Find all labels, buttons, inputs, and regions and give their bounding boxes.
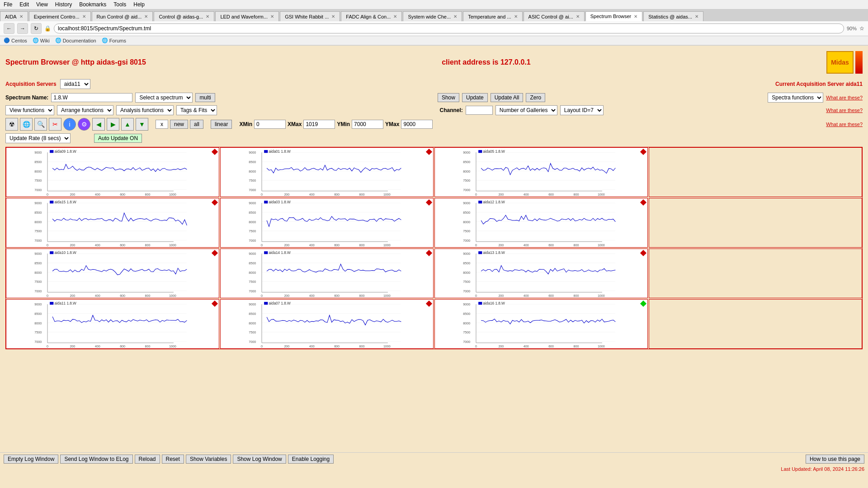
chart-cell-5[interactable]: 90008500800075007000 02004006008001000 a… [220, 198, 434, 248]
tab-temp[interactable]: Temperature and ...✕ [463, 11, 522, 21]
acq-server-select[interactable]: aida11 [60, 79, 90, 89]
what-these-2[interactable]: What are these? [826, 108, 863, 113]
tab-runcontrol[interactable]: Run Control @ aid...✕ [92, 11, 153, 21]
multi-button[interactable]: multi [195, 93, 215, 102]
menu-history[interactable]: History [55, 1, 72, 8]
arrange-functions-select[interactable]: Arrange functions [57, 105, 113, 115]
show-variables-button[interactable]: Show Variables [186, 455, 231, 464]
tab-led[interactable]: LED and Waveform...✕ [215, 11, 279, 21]
chart-cell-8[interactable]: 90008500800075007000 02004006008001000 a… [6, 249, 219, 298]
tab-close[interactable]: ✕ [19, 14, 23, 19]
reset-button[interactable]: Reset [162, 455, 184, 464]
auto-update-button[interactable]: Auto Update ON [94, 134, 142, 143]
tab-statistics[interactable]: Statistics @ aidas...✕ [643, 11, 703, 21]
right-arrow-icon[interactable]: ▶ [107, 118, 119, 131]
update-button[interactable]: Update [462, 93, 488, 102]
chart-cell-7[interactable] [649, 198, 862, 248]
back-button[interactable]: ← [4, 23, 14, 34]
tab-gsi[interactable]: GSI White Rabbit ...✕ [280, 11, 340, 21]
enable-logging-button[interactable]: Enable Logging [288, 455, 334, 464]
tab-control[interactable]: Control @ aidas-g...✕ [154, 11, 214, 21]
x-input[interactable] [156, 120, 168, 129]
menu-file[interactable]: File [4, 1, 12, 8]
update-rate-select[interactable]: Update Rate (8 secs) [5, 133, 71, 143]
tab-spectrum[interactable]: Spectrum Browser✕ [585, 11, 642, 21]
chart-cell-2[interactable]: 90008500800075007000 02004006008001000 a… [434, 147, 648, 197]
left-arrow-icon[interactable]: ◀ [92, 118, 105, 131]
num-galleries-select[interactable]: Number of Galleries [495, 105, 557, 115]
down-arrow-icon[interactable]: ▼ [136, 118, 148, 131]
bookmark-forums[interactable]: 🌐 Forums [102, 38, 126, 43]
tags-fits-select[interactable]: Tags & Fits [176, 105, 217, 115]
globe-icon[interactable]: 🌐 [20, 118, 33, 131]
ymax-input[interactable] [401, 120, 433, 129]
tab-system[interactable]: System wide Che...✕ [403, 11, 462, 21]
reload-button[interactable]: ↻ [31, 23, 42, 34]
tab-close[interactable]: ✕ [331, 14, 335, 19]
linear-button[interactable]: linear [211, 120, 232, 129]
tab-close[interactable]: ✕ [576, 14, 580, 19]
menu-tools[interactable]: Tools [113, 1, 126, 8]
xmin-input[interactable] [254, 120, 286, 129]
bookmark-icon[interactable]: ☆ [859, 25, 864, 32]
send-log-button[interactable]: Send Log Window to ELog [60, 455, 132, 464]
chart-cell-13[interactable]: 90008500800075007000 02004006008001000 a… [220, 299, 434, 349]
tab-close[interactable]: ✕ [270, 14, 274, 19]
chart-cell-0[interactable]: 90008500800075007000 02004006008001000 a… [6, 147, 219, 197]
all-button[interactable]: all [190, 120, 203, 129]
reload-page-button[interactable]: Reload [135, 455, 160, 464]
how-to-use-button[interactable]: How to use this page [806, 455, 864, 464]
ymin-input[interactable] [352, 120, 383, 129]
tab-experiment[interactable]: Experiment Contro...✕ [29, 11, 91, 21]
chart-cell-6[interactable]: 90008500800075007000 02004006008001000 a… [434, 198, 648, 248]
menu-help[interactable]: Help [133, 1, 145, 8]
tab-close[interactable]: ✕ [695, 14, 698, 19]
select-spectrum-dropdown[interactable]: Select a spectrum [135, 93, 193, 103]
url-input[interactable] [54, 23, 844, 33]
xmax-input[interactable] [303, 120, 335, 129]
channel-input[interactable] [466, 106, 493, 115]
menu-bookmarks[interactable]: Bookmarks [79, 1, 106, 8]
what-these-3[interactable]: What are these? [826, 122, 863, 127]
menu-edit[interactable]: Edit [19, 1, 29, 8]
analysis-functions-select[interactable]: Analysis functions [116, 105, 174, 115]
chart-cell-15[interactable] [649, 299, 862, 349]
tab-close[interactable]: ✕ [514, 14, 518, 19]
tab-close[interactable]: ✕ [82, 14, 86, 19]
tab-close[interactable]: ✕ [144, 14, 148, 19]
bookmark-wiki[interactable]: 🌐 Wiki [33, 38, 50, 43]
tab-aida[interactable]: AIDA✕ [0, 11, 28, 21]
tab-close[interactable]: ✕ [393, 14, 397, 19]
up-arrow-icon[interactable]: ▲ [121, 118, 134, 131]
cut-icon[interactable]: ✂ [49, 118, 61, 131]
forward-button[interactable]: → [17, 23, 28, 34]
chart-cell-3[interactable] [649, 147, 862, 197]
zero-button[interactable]: Zero [526, 93, 545, 102]
chart-cell-1[interactable]: 90008500800075007000 02004006008001000 a… [220, 147, 434, 197]
chart-cell-10[interactable]: 90008500800075007000 02004006008001000 a… [434, 249, 648, 298]
chart-cell-14[interactable]: 90008500800075007000 02004006008001000 a… [434, 299, 648, 349]
update-all-button[interactable]: Update All [491, 93, 524, 102]
view-functions-select[interactable]: View functions [5, 105, 54, 115]
what-these-1[interactable]: What are these? [826, 95, 863, 100]
bookmark-docs[interactable]: 🌐 Documentation [55, 38, 96, 43]
tab-fadc[interactable]: FADC Align & Con...✕ [341, 11, 402, 21]
empty-log-button[interactable]: Empty Log Window [4, 455, 58, 464]
spectra-functions-select[interactable]: Spectra functions [768, 93, 823, 103]
search-icon[interactable]: 🔍 [34, 118, 47, 131]
chart-cell-11[interactable] [649, 249, 862, 298]
layout-id-select[interactable]: Layout ID=7 [560, 105, 604, 115]
settings-icon[interactable]: ⚙ [78, 118, 90, 131]
tab-close[interactable]: ✕ [206, 14, 209, 19]
tab-asic[interactable]: ASIC Control @ ai...✕ [524, 11, 585, 21]
info-icon[interactable]: i [63, 118, 76, 131]
bookmark-centos[interactable]: 🔵 Centos [4, 38, 27, 43]
spectrum-name-input[interactable] [51, 93, 132, 102]
show-log-button[interactable]: Show Log Window [233, 455, 286, 464]
chart-cell-4[interactable]: 90008500800075007000 02004006008001000 a… [6, 198, 219, 248]
show-button[interactable]: Show [438, 93, 459, 102]
new-button[interactable]: new [170, 120, 188, 129]
tab-close[interactable]: ✕ [634, 14, 637, 19]
tab-close[interactable]: ✕ [453, 14, 457, 19]
chart-cell-9[interactable]: 90008500800075007000 02004006008001000 a… [220, 249, 434, 298]
